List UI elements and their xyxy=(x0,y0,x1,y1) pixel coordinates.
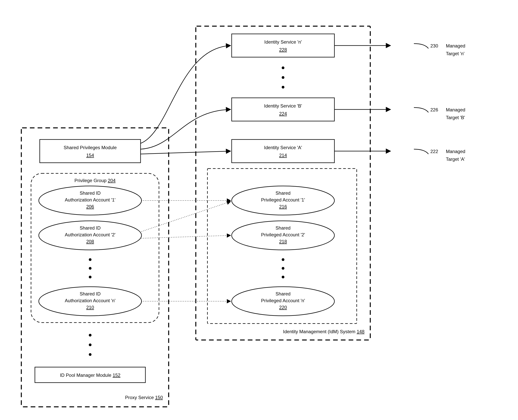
svg-text:Privileged Account '1': Privileged Account '1' xyxy=(261,197,305,202)
svg-text:210: 210 xyxy=(86,305,94,310)
svg-point-49 xyxy=(282,276,284,278)
svg-point-15 xyxy=(89,276,91,278)
svg-point-48 xyxy=(282,267,284,270)
svg-text:Shared: Shared xyxy=(275,190,290,196)
svg-text:Authorization Account '2': Authorization Account '2' xyxy=(65,232,115,237)
identity-service-n: Identity Service 'n' 228 xyxy=(232,34,335,57)
svg-text:Privileged Account '2': Privileged Account '2' xyxy=(261,232,305,237)
idm-system-ref: 148 xyxy=(357,329,365,334)
svg-text:216: 216 xyxy=(279,204,287,209)
svg-text:Managed: Managed xyxy=(446,107,465,112)
shared-privileges-module: Shared Privileges Module 154 xyxy=(40,140,141,163)
svg-text:Identity Service 'B': Identity Service 'B' xyxy=(264,103,302,108)
svg-text:ID Pool Manager Module
     
 : ID Pool Manager Module 152 xyxy=(60,373,120,378)
svg-text:Shared ID: Shared ID xyxy=(80,291,101,296)
privilege-group-label: Privilege Group xyxy=(75,178,107,183)
proxy-service-label: Proxy Service xyxy=(125,395,154,400)
svg-text:226: 226 xyxy=(430,107,438,112)
svg-point-22 xyxy=(89,353,91,356)
svg-text:Authorization Account 'n': Authorization Account 'n' xyxy=(65,298,115,303)
svg-text:Target 'B': Target 'B' xyxy=(446,115,465,120)
shared-priv-module-label: Shared Privileges Module xyxy=(64,145,116,150)
svg-text:Identity Service 'n': Identity Service 'n' xyxy=(264,39,302,45)
svg-text:220: 220 xyxy=(279,305,287,310)
arrow-auth2-to-priv2 xyxy=(142,235,231,238)
shared-priv-account-n: Shared Privileged Account 'n' 220 xyxy=(232,287,335,316)
svg-text:208: 208 xyxy=(86,239,94,244)
privilege-group-ref: 204 xyxy=(108,178,115,183)
svg-text:228: 228 xyxy=(279,47,287,52)
arrow-auth2-to-priv1 xyxy=(142,202,231,232)
svg-rect-33 xyxy=(232,98,335,121)
svg-text:Shared: Shared xyxy=(275,291,290,296)
svg-text:224: 224 xyxy=(279,111,287,116)
shared-priv-account-1: Shared Privileged Account '1' 216 xyxy=(232,186,335,215)
svg-text:218: 218 xyxy=(279,239,287,244)
svg-point-47 xyxy=(282,258,284,261)
shared-priv-account-2: Shared Privileged Account '2' 218 xyxy=(232,221,335,250)
svg-point-13 xyxy=(89,258,91,261)
svg-text:Identity Service 'A': Identity Service 'A' xyxy=(264,145,302,150)
svg-text:Target 'A': Target 'A' xyxy=(446,157,465,162)
svg-text:Managed: Managed xyxy=(446,149,465,154)
svg-text:206: 206 xyxy=(86,204,94,209)
svg-text:214: 214 xyxy=(279,153,287,158)
auth-account-n: Shared ID Authorization Account 'n' 210 xyxy=(39,287,142,316)
svg-text:Authorization Account '1': Authorization Account '1' xyxy=(65,197,115,202)
svg-text:Privilege Group
     
     
  : Privilege Group 204 xyxy=(75,178,115,183)
svg-text:Managed: Managed xyxy=(446,43,465,48)
arrow-spm-to-svc-b xyxy=(141,109,231,149)
proxy-service-ref: 150 xyxy=(155,395,163,400)
shared-priv-module-ref: 154 xyxy=(86,153,94,158)
svg-point-30 xyxy=(282,67,284,69)
svg-text:Shared ID: Shared ID xyxy=(80,190,101,196)
svg-point-14 xyxy=(89,267,91,270)
svg-text:230: 230 xyxy=(430,43,438,48)
svg-point-20 xyxy=(89,334,91,337)
svg-text:Privileged Account 'n': Privileged Account 'n' xyxy=(261,298,305,303)
svg-rect-36 xyxy=(232,140,335,163)
svg-rect-0 xyxy=(21,128,169,407)
svg-rect-2 xyxy=(40,140,141,163)
svg-text:Identity Management (IdM) Syst: Identity Management (IdM) System 148 xyxy=(283,329,365,334)
identity-service-b: Identity Service 'B' 224 xyxy=(232,98,335,121)
svg-point-31 xyxy=(282,76,284,79)
arrow-spm-to-svc-a xyxy=(141,151,231,154)
svg-text:Target 'n': Target 'n' xyxy=(446,51,465,56)
auth-account-2: Shared ID Authorization Account '2' 208 xyxy=(39,221,142,250)
arrow-spm-to-svc-n xyxy=(141,45,231,143)
svg-text:222: 222 xyxy=(430,149,438,154)
proxy-service-box: Proxy Service 150 xyxy=(21,128,169,407)
svg-point-21 xyxy=(89,344,91,346)
svg-text:Proxy Service
     
     
    : Proxy Service 150 xyxy=(125,395,163,400)
svg-point-32 xyxy=(282,86,284,89)
identity-service-a: Identity Service 'A' 214 xyxy=(232,140,335,163)
svg-text:Shared: Shared xyxy=(275,225,290,231)
auth-account-1: Shared ID Authorization Account '1' 206 xyxy=(39,186,142,215)
svg-text:Shared ID: Shared ID xyxy=(80,225,101,231)
id-pool-manager-module: ID Pool Manager Module 152 xyxy=(35,367,145,382)
svg-rect-27 xyxy=(232,34,335,57)
idm-system-label: Identity Management (IdM) System xyxy=(283,329,355,334)
